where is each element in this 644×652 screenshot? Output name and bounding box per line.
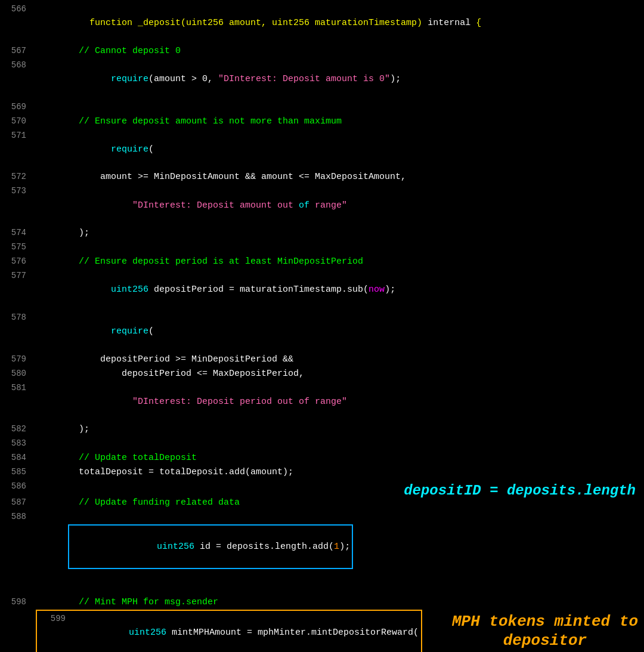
code-line-570: 570 // Ensure deposit amount is not more… <box>0 115 644 129</box>
mph-box: 599 uint256 mintMPHAmount = mphMinter.mi… <box>36 610 422 653</box>
code-line-599: 599 uint256 mintMPHAmount = mphMinter.mi… <box>39 612 419 653</box>
code-line-571: 571 require( <box>0 129 644 171</box>
code-line-576: 576 // Ensure deposit period is at least… <box>0 255 644 269</box>
code-line-580: 580 depositPeriod <= MaxDepositPeriod, <box>0 367 644 381</box>
code-line-566: 566 function _deposit(uint256 amount, ui… <box>0 2 644 44</box>
code-line-573: 573 "DInterest: Deposit amount out of ra… <box>0 184 644 226</box>
annotation-mph: MPH tokens minted to depositor <box>452 612 638 651</box>
gap-1 <box>0 583 644 595</box>
code-line-584: 584 // Update totalDeposit <box>0 451 644 465</box>
box-line-588: uint256 id = deposits.length.add(1); <box>68 524 353 570</box>
code-line-583: 583 <box>0 437 644 451</box>
annotation-deposit-id: depositID = deposits.length <box>404 480 636 502</box>
code-line-575: 575 <box>0 240 644 255</box>
code-line-582: 582 ); <box>0 422 644 437</box>
code-line-574: 574 ); <box>0 226 644 240</box>
code-line-569: 569 <box>0 100 644 115</box>
code-line-586: 586 depositID = deposits.length <box>0 480 644 496</box>
orange-box-section: 599 uint256 mintMPHAmount = mphMinter.mi… <box>0 610 644 653</box>
code-line-598: 598 // Mint MPH for msg.sender <box>0 595 644 610</box>
code-viewer: 566 function _deposit(uint256 amount, ui… <box>0 0 644 652</box>
code-line-578: 578 require( <box>0 311 644 353</box>
code-line-585: 585 totalDeposit = totalDeposit.add(amou… <box>0 465 644 480</box>
code-line-568: 568 require(amount > 0, "DInterest: Depo… <box>0 58 644 100</box>
code-line-581: 581 "DInterest: Deposit period out of ra… <box>0 381 644 423</box>
code-line-577: 577 uint256 depositPeriod = maturationTi… <box>0 269 644 311</box>
code-line-588: 588 uint256 id = deposits.length.add(1); <box>0 510 644 583</box>
code-line-579: 579 depositPeriod >= MinDepositPeriod && <box>0 353 644 367</box>
code-line-567: 567 // Cannot deposit 0 <box>0 44 644 58</box>
code-line-572: 572 amount >= MinDepositAmount && amount… <box>0 170 644 184</box>
